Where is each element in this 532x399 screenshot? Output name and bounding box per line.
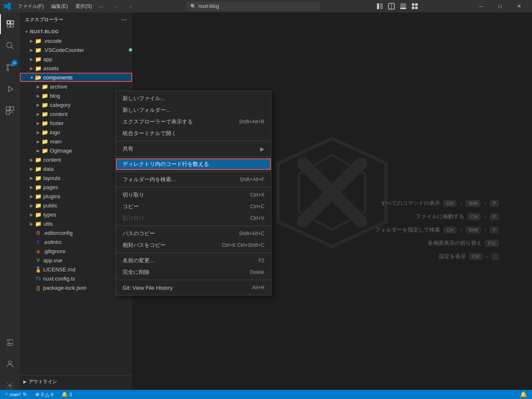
ctx-copy-path[interactable]: パスのコピー Shift+Alt+C <box>116 228 271 239</box>
notification-bell-icon[interactable]: 🔔 <box>518 390 529 399</box>
activity-extensions[interactable] <box>0 101 20 121</box>
ctx-search-label: フォルダー内を検索... <box>123 176 230 183</box>
folder-icon: 📁 <box>35 202 42 209</box>
folder-icon: 📁 <box>35 47 42 53</box>
layout-grid-icon[interactable] <box>410 2 420 11</box>
menu-file[interactable]: ファイル(F) <box>14 2 47 11</box>
menu-more[interactable]: ... <box>96 2 105 11</box>
activity-source-control[interactable]: 9 <box>0 57 20 77</box>
shortcut-commands: すべてのコマンドの表示 Ctrl + Shift + P <box>381 200 499 207</box>
folder-arrow-icon: ▶ <box>28 37 35 44</box>
minimize-button[interactable]: ─ <box>471 0 490 12</box>
folder-arrow-icon: ▶ <box>35 147 42 154</box>
search-icon: 🔍 <box>190 4 196 9</box>
warning-count: 0 <box>51 392 53 397</box>
folder-arrow-icon: ▶ <box>35 138 42 145</box>
ctx-reveal-label: エクスプローラーで表示する <box>123 118 229 126</box>
ctx-paste-label: 貼り付け <box>123 214 240 222</box>
folder-arrow-icon: ▶ <box>28 156 35 163</box>
file-arrow-spacer <box>28 248 35 254</box>
sidebar-item-vscode[interactable]: ▶ 📁 .vscode <box>20 36 132 45</box>
svg-point-12 <box>7 42 12 48</box>
ctx-new-folder[interactable]: 新しいフォルダー... <box>116 104 271 116</box>
sidebar-item-assets[interactable]: ▶ 📁 assets <box>20 64 132 73</box>
close-button[interactable]: ✕ <box>510 0 529 12</box>
ctx-reveal-explorer[interactable]: エクスプローラーで表示する Shift+Alt+R <box>116 116 271 128</box>
activity-account[interactable] <box>0 354 20 374</box>
sidebar-title: エクスプローラー <box>25 17 63 23</box>
ctx-copyrel-shortcut: Ctrl+K Ctrl+Shift+C <box>222 242 264 248</box>
ctx-new-folder-label: 新しいフォルダー... <box>123 106 264 114</box>
layout-buttons <box>375 2 420 11</box>
sidebar-more-icon[interactable]: ··· <box>121 16 127 24</box>
folder-arrow-icon: ▶ <box>35 83 42 90</box>
ctx-git-label: Git: View File History <box>123 285 242 291</box>
ctx-rename-shortcut: F2 <box>259 258 264 264</box>
folder-icon: 📁 <box>35 193 42 200</box>
nav-forward-button[interactable]: → <box>125 2 135 11</box>
menu-bar: ファイル(F) 編集(E) 選択(S) ... <box>14 2 105 11</box>
ctx-new-file[interactable]: 新しいファイル... <box>116 93 271 104</box>
folder-arrow-icon: ▶ <box>35 92 42 99</box>
layout-editor-icon[interactable] <box>387 2 397 11</box>
statusbar-right-area: 🔔 <box>518 390 529 399</box>
folder-arrow-icon: ▶ <box>28 220 35 227</box>
ctx-count-lines[interactable]: ディレクトリ内のコード行を数える <box>116 158 271 170</box>
file-ts-icon: TS <box>35 275 42 282</box>
statusbar-branch[interactable]: ⑂ main* ↻ <box>3 390 29 399</box>
ctx-copy[interactable]: コピー Ctrl+C <box>116 201 271 212</box>
folder-icon: 📁 <box>42 101 48 108</box>
sidebar-item-components[interactable]: ▾ 📂 components <box>20 73 132 82</box>
ctx-cut[interactable]: 切り取り Ctrl+X <box>116 189 271 201</box>
p-key2: P <box>490 213 499 220</box>
branch-name: main* <box>10 392 21 397</box>
activity-run[interactable] <box>0 79 20 99</box>
menu-select[interactable]: 選択(S) <box>72 2 95 11</box>
file-arrow-spacer <box>28 284 35 291</box>
shortcut-settings-label: 設定を表示 <box>439 253 466 260</box>
file-json-icon: {} <box>35 284 42 291</box>
ctx-paste-shortcut: Ctrl+V <box>250 215 264 221</box>
layout-panel-icon[interactable] <box>398 2 408 11</box>
ctx-copy-relative[interactable]: 相対パスをコピー Ctrl+K Ctrl+Shift+C <box>116 239 271 251</box>
ctx-sep5 <box>116 226 271 226</box>
shift-key: Shift <box>466 200 480 207</box>
folder-arrow-icon: ▶ <box>28 165 35 172</box>
svg-rect-18 <box>6 107 10 110</box>
tree-root[interactable]: ▾ NUXT-BLOG <box>20 27 132 36</box>
statusbar-errors[interactable]: ⊗ 0 △ 0 <box>34 390 55 399</box>
sidebar-item-app[interactable]: ▶ 📁 app <box>20 54 132 64</box>
shortcut-settings: 設定を表示 Ctrl + . <box>439 253 499 260</box>
svg-rect-5 <box>400 7 406 9</box>
activity-search[interactable] <box>0 36 20 56</box>
ctx-search-folder[interactable]: フォルダー内を検索... Shift+Alt+F <box>116 174 271 185</box>
file-vue-icon: V <box>35 257 42 264</box>
activity-remote[interactable] <box>0 332 20 352</box>
p-key: P <box>490 200 499 207</box>
activity-explorer[interactable] <box>0 14 20 34</box>
sidebar-item-vscodecounter[interactable]: ▶ 📁 .VSCodeCounter <box>20 45 132 54</box>
ctx-rename[interactable]: 名前の変更... F2 <box>116 255 271 266</box>
ctx-git-history[interactable]: Git: View File History Alt+H <box>116 282 271 293</box>
folder-arrow-icon: ▶ <box>28 184 35 190</box>
outline-section[interactable]: ▶ アウトライン <box>20 376 132 387</box>
maximize-button[interactable]: □ <box>490 0 510 12</box>
search-box[interactable]: 🔍 nuxt-blog <box>187 2 320 11</box>
folder-arrow-icon: ▾ <box>28 74 35 81</box>
outline-arrow-icon: ▶ <box>23 379 27 384</box>
folder-arrow-icon: ▶ <box>28 202 35 209</box>
ctx-open-terminal[interactable]: 統合ターミナルで開く <box>116 128 271 139</box>
ctx-copypath-label: パスのコピー <box>123 230 229 237</box>
sidebar-item-archive[interactable]: ▶ 📁 archive <box>20 82 132 91</box>
shift-key2: Shift <box>466 227 481 233</box>
ctx-share[interactable]: 共有 ▶ <box>116 143 271 155</box>
ctx-paste[interactable]: 貼り付け Ctrl+V <box>116 212 271 224</box>
svg-line-13 <box>11 47 14 49</box>
svg-rect-0 <box>377 3 379 9</box>
shortcut-hints: すべてのコマンドの表示 Ctrl + Shift + P ファイルに移動する C… <box>375 200 499 260</box>
ctx-delete[interactable]: 完全に削除 Delete <box>116 266 271 278</box>
menu-edit[interactable]: 編集(E) <box>48 2 71 11</box>
nav-back-button[interactable]: ← <box>112 2 122 11</box>
layout-sidebar-icon[interactable] <box>375 2 385 11</box>
statusbar-notifications[interactable]: 🔔 0 <box>60 390 74 399</box>
